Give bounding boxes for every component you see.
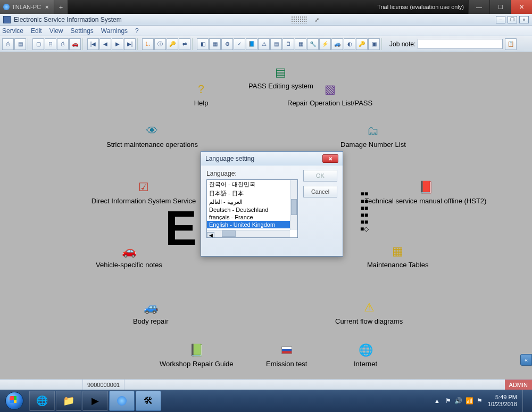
tb-btn-d[interactable]: ✓ (234, 38, 245, 50)
desktop-strict-maint[interactable]: 👁 Strict maintenance operations (106, 123, 198, 149)
menu-view[interactable]: View (49, 27, 63, 35)
document-icon: ▤ (272, 65, 289, 80)
list-vscrollbar[interactable] (290, 180, 297, 230)
taskbar-media[interactable]: ▶ (82, 391, 108, 411)
menu-settings[interactable]: Settings (71, 27, 94, 35)
desktop-internet[interactable]: 🌐 Internet (354, 343, 377, 368)
jobnote-input[interactable] (418, 39, 503, 49)
tb-btn-j[interactable]: 🔧 (307, 38, 319, 50)
tb-btn-f[interactable]: ⚠ (258, 38, 270, 50)
menu-warnings[interactable]: Warnings (101, 27, 128, 35)
dialog-title: Language setting (205, 155, 254, 162)
jobnote-label: Job note: (389, 40, 415, 48)
dialog-cancel-button[interactable]: Cancel (303, 186, 337, 197)
tray-expand-icon[interactable]: ▲ (434, 398, 440, 404)
tb-btn-1[interactable]: ⎙ (2, 38, 14, 50)
globe-icon: 🌐 (357, 343, 374, 358)
tb-btn-last[interactable]: ▶| (124, 38, 136, 50)
desktop-body-repair[interactable]: 🚙 Body repair (133, 300, 168, 325)
dialog-language-label: Language: (206, 170, 298, 177)
desktop-repair-op[interactable]: ▧ Repair Operation List/PASS (287, 82, 372, 107)
desktop-direct-info[interactable]: ☑ Direct Information System Service (74, 180, 213, 205)
tv-min-button[interactable]: — (468, 0, 489, 14)
desktop-flow-diag[interactable]: ⚠ Current flow diagrams (335, 300, 403, 325)
tb-btn-prev[interactable]: ◀ (99, 38, 111, 50)
teamviewer-side-tab[interactable]: « (520, 354, 532, 366)
show-desktop-button[interactable] (522, 390, 529, 412)
tb-btn-k[interactable]: ⚡ (319, 38, 331, 50)
tb-btn-first[interactable]: |◀ (87, 38, 99, 50)
teamviewer-bar: TNLAN-PC × ＋ Trial license (evaluation u… (0, 0, 532, 14)
dialog-titlebar[interactable]: Language setting ✕ (201, 152, 343, 166)
language-option[interactable]: Deutsch - Deutschland (207, 206, 290, 213)
tv-new-tab[interactable]: ＋ (54, 0, 68, 14)
tb-btn-c[interactable]: ⚙ (221, 38, 233, 50)
book-icon: 📕 (417, 180, 434, 195)
tb-btn-e[interactable]: 📘 (246, 38, 257, 50)
tray-volume-icon[interactable]: 🔊 (454, 397, 462, 405)
desktop-workshop[interactable]: 📗 Workshop Repair Guide (160, 343, 234, 368)
dialog-close-button[interactable]: ✕ (322, 154, 338, 163)
tb-btn-l[interactable]: 🚙 (331, 38, 343, 50)
grip-icon (291, 16, 307, 23)
label: Help (194, 99, 209, 107)
list-hscrollbar[interactable]: ◀ (207, 230, 290, 237)
desktop-emission[interactable]: Emission test (266, 343, 307, 368)
desktop-help[interactable]: ？ Help (193, 82, 210, 107)
tb-btn-2[interactable]: ▤ (14, 38, 26, 50)
desktop-damage-num[interactable]: 🗂 Damage Number List (340, 123, 406, 149)
tb-btn-m[interactable]: ◐ (344, 38, 355, 50)
language-option[interactable]: ‏العربية - العالم (207, 198, 290, 206)
tb-btn-a[interactable]: ◧ (197, 38, 209, 50)
tv-tab[interactable]: TNLAN-PC × (0, 0, 54, 14)
tb-btn-car[interactable]: 🚗 (69, 38, 81, 50)
app-min-button[interactable]: – (496, 16, 505, 23)
menu-help[interactable]: ? (135, 27, 139, 35)
menu-edit[interactable]: Edit (31, 27, 42, 35)
label: Internet (354, 360, 377, 368)
tv-close-button[interactable]: ✕ (511, 0, 532, 14)
tv-max-button[interactable]: ☐ (489, 0, 511, 14)
tray-network-icon[interactable]: 📶 (466, 397, 473, 405)
tb-btn-key[interactable]: 🔑 (167, 38, 178, 50)
language-option[interactable]: English - United Kingdom (207, 221, 290, 228)
start-button[interactable] (0, 390, 29, 412)
tb-btn-print[interactable]: ⎙ (57, 38, 69, 50)
taskbar-ie[interactable]: 🌐 (29, 391, 55, 411)
app-close-button[interactable]: × (519, 16, 529, 23)
tray-clock[interactable]: 5:49 PM 10/23/2018 (488, 394, 517, 407)
tb-btn-swap[interactable]: ⇄ (179, 38, 190, 50)
tb-btn-next[interactable]: ▶ (112, 38, 123, 50)
tb-btn-b[interactable]: ▦ (209, 38, 221, 50)
tb-btn-tool[interactable]: t.. (142, 38, 154, 50)
jobnote-browse[interactable]: 📋 (505, 38, 517, 50)
taskbar-explorer[interactable]: 📁 (56, 391, 81, 411)
app-restore-button[interactable]: ❐ (508, 16, 517, 23)
tb-btn-new[interactable]: ▢ (32, 38, 44, 50)
tb-btn-g[interactable]: ▤ (270, 38, 282, 50)
tb-btn-h[interactable]: 🗒 (282, 38, 294, 50)
label: Body repair (133, 317, 168, 325)
expand-icon[interactable]: ⤢ (312, 17, 321, 23)
tb-btn-i[interactable]: ▦ (295, 38, 306, 50)
tb-btn-o[interactable]: ▣ (368, 38, 380, 50)
dialog-ok-button[interactable]: OK (303, 170, 337, 182)
language-option[interactable]: 日本語 - 日本 (207, 189, 290, 198)
language-option[interactable]: 한국어 - 대한민국 (207, 180, 290, 189)
tb-btn-open[interactable]: ⌸ (45, 38, 56, 50)
taskbar: 🌐 📁 ▶ 🛠 ▲ ⚑ 🔊 📶 ⚑ 5:49 PM 10/23/2018 (0, 390, 532, 412)
maintenance-icon: 👁 (144, 123, 161, 138)
desktop-vehicle-notes[interactable]: 🚗 Vehicle-specific notes (96, 244, 162, 269)
tray-av-icon[interactable]: ⚑ (477, 397, 483, 405)
taskbar-teamviewer[interactable] (109, 391, 135, 411)
tray-flag-icon[interactable]: ⚑ (445, 397, 451, 405)
tb-btn-n[interactable]: 🔑 (356, 38, 368, 50)
tv-tab-close[interactable]: × (43, 4, 51, 10)
language-listbox[interactable]: 한국어 - 대한민국日本語 - 日本‏العربية - العالمDeuts… (206, 179, 298, 238)
language-option[interactable]: français - France (207, 213, 290, 221)
desktop-maint-tables[interactable]: ▦ Maintenance Tables (367, 244, 428, 269)
tb-btn-info[interactable]: ⓘ (154, 38, 166, 50)
taskbar-elsa[interactable]: 🛠 (136, 391, 161, 411)
menu-service[interactable]: Service (2, 27, 23, 35)
desktop-grid[interactable]: ■■ ■■■■ ■■■■ ■◇ (356, 204, 373, 219)
